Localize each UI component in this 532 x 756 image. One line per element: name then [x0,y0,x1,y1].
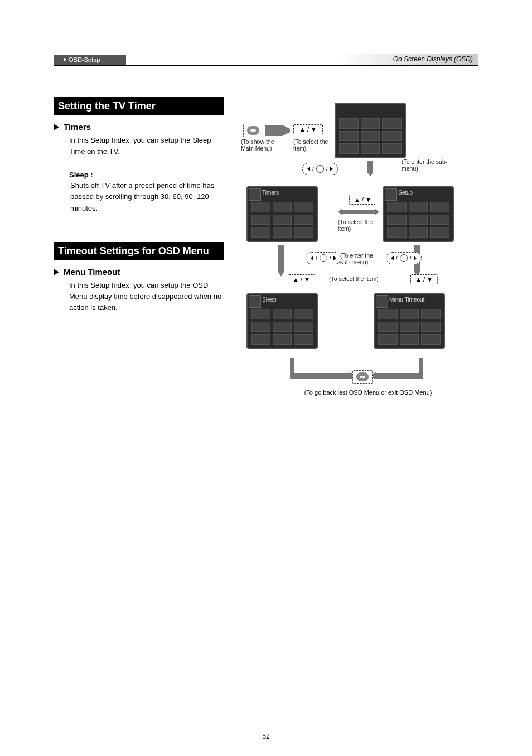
timers-heading-row: Timers [54,122,224,132]
right-column: ▲ / ▼ (To show the Main Menu) (To select… [240,97,478,409]
sleep-heading-colon: : [89,171,93,179]
sleep-body: Shuts off TV after a preset period of ti… [70,180,224,214]
nav-left-ok-right-icon: // [302,163,338,175]
chevron-right-icon [54,269,59,275]
arrow-down-icon [275,244,287,277]
menu-timeout-heading: Menu Timeout [64,267,120,277]
sleep-heading-underline: Sleep [69,171,89,179]
osd-tile-menu-timeout: Menu Timeout 30 sec [374,293,445,349]
menu-button-icon [352,370,373,384]
caption-go-back: (To go back last OSD Menu or exit OSD Me… [284,389,452,396]
timers-heading: Timers [64,122,91,132]
section-title-tv-timer: Setting the TV Timer [54,97,224,115]
page-header: OSD-Setup On Screen Displays (OSD) [54,54,478,66]
nav-left-ok-right-icon: // [386,252,422,264]
up-down-nav-icon: ▲ / ▼ [293,124,323,134]
arrow-down-icon [365,159,376,176]
breadcrumb-triangle-icon [64,57,66,62]
arrow-converge-left-icon [290,357,357,379]
menu-timeout-heading-row: Menu Timeout [54,267,224,277]
timers-body: In this Setup Index, you can setup the S… [69,135,224,157]
osd-tile-setup-2: Setup Menu Timeout [383,186,454,242]
page-number: 52 [0,733,532,740]
caption-select-item-3: (To select the item) [329,275,396,282]
menu-button-icon [243,124,263,137]
header-right: On Screen Displays (OSD) [130,54,478,65]
osd-tile-setup: Setup [335,103,406,158]
tile-title-setup: Setup [398,190,413,196]
osd-tile-sleep: Sleep 60 min [246,293,318,349]
arrow-right-icon [265,125,290,136]
arrow-converge-right-icon [367,357,423,379]
caption-select-item-2: (To select the item) [338,219,377,232]
breadcrumb: OSD-Setup [54,55,126,65]
tile-title-timers: Timers [262,190,279,196]
left-column: Setting the TV Timer Timers In this Setu… [54,97,224,409]
caption-enter-submenu-2: (To enter the sub-menu) [340,252,385,265]
up-down-nav-icon: ▲ / ▼ [288,274,315,284]
tile-title-menu-timeout: Menu Timeout [389,297,424,303]
sleep-heading: Sleep : [69,171,224,179]
up-down-nav-icon: ▲ / ▼ [410,274,438,284]
up-down-nav-icon: ▲ / ▼ [349,195,376,205]
caption-enter-submenu: (To enter the sub-menu) [402,158,452,172]
section-title-timeout: Timeout Settings for OSD Menu [54,242,224,260]
navigation-diagram: ▲ / ▼ (To show the Main Menu) (To select… [240,97,478,409]
menu-timeout-body: In this Setup Index, you can setup the O… [69,280,224,313]
caption-select-item: (To select the item) [293,138,332,152]
chevron-right-icon [54,124,59,130]
tile-title-sleep: Sleep [262,297,277,303]
osd-tile-timers: Timers Sleep [246,186,318,242]
breadcrumb-text: OSD-Setup [69,56,100,63]
nav-left-ok-right-icon: // [306,252,341,264]
caption-show-main-menu: (To show the Main Menu) [241,138,280,152]
arrow-left-right-icon [338,207,379,216]
header-section-title: On Screen Displays (OSD) [393,54,478,65]
